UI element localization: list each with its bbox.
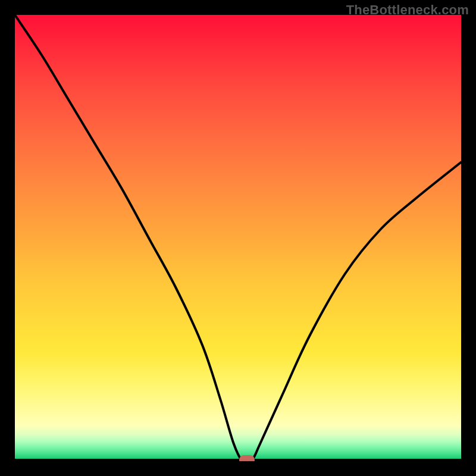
curve-path: [15, 15, 461, 461]
minimum-marker: [239, 455, 255, 461]
bottleneck-curve: [15, 15, 461, 461]
plot-area: [15, 15, 461, 461]
chart-frame: TheBottleneck.com: [0, 0, 476, 476]
watermark-text: TheBottleneck.com: [346, 2, 469, 18]
